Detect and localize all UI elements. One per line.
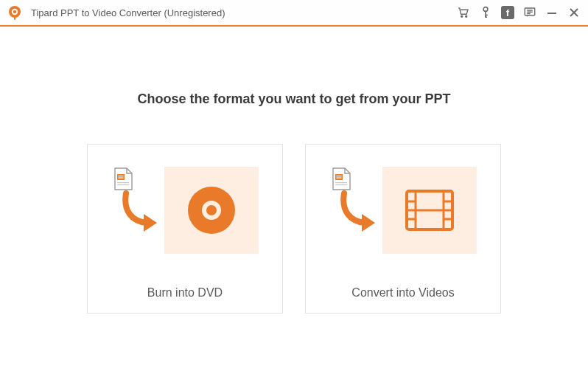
film-icon [404, 188, 455, 232]
target-box [164, 167, 259, 254]
svg-rect-23 [335, 182, 347, 183]
app-logo-icon [6, 4, 24, 21]
titlebar-actions: f [457, 6, 581, 19]
arrow-icon [337, 190, 378, 238]
option-graphic [111, 167, 259, 255]
svg-rect-7 [485, 11, 486, 17]
facebook-icon[interactable]: f [501, 6, 514, 19]
svg-rect-15 [117, 182, 129, 183]
svg-rect-13 [119, 176, 124, 176]
svg-rect-20 [335, 174, 343, 180]
format-options: Burn into DVD [87, 144, 501, 314]
option-label: Convert into Videos [351, 286, 454, 300]
svg-rect-16 [117, 184, 129, 185]
minimize-icon[interactable] [545, 6, 559, 19]
arrow-icon [119, 190, 160, 238]
svg-point-6 [483, 7, 488, 12]
svg-rect-9 [485, 16, 487, 18]
svg-rect-21 [337, 176, 342, 176]
svg-point-5 [466, 15, 467, 17]
svg-rect-12 [117, 174, 125, 180]
svg-rect-8 [485, 15, 488, 16]
svg-rect-22 [337, 178, 342, 179]
svg-point-2 [13, 10, 16, 13]
disc-icon [185, 184, 238, 237]
option-graphic [329, 167, 477, 255]
key-icon[interactable] [479, 6, 492, 19]
cart-icon[interactable] [457, 6, 470, 19]
option-burn-dvd[interactable]: Burn into DVD [87, 144, 283, 314]
option-label: Burn into DVD [147, 286, 223, 300]
option-convert-video[interactable]: Convert into Videos [305, 144, 501, 314]
svg-rect-24 [335, 184, 347, 185]
svg-point-4 [461, 15, 463, 17]
app-title: Tipard PPT to Video Converter (Unregiste… [31, 7, 457, 18]
target-box [382, 167, 477, 254]
svg-point-19 [206, 205, 217, 215]
main-content: Choose the format you want to get from y… [0, 27, 588, 314]
svg-rect-14 [119, 178, 124, 179]
svg-rect-3 [14, 16, 15, 20]
svg-rect-11 [547, 13, 556, 14]
titlebar: Tipard PPT to Video Converter (Unregiste… [0, 0, 588, 27]
close-icon[interactable] [567, 6, 581, 19]
feedback-icon[interactable] [523, 6, 536, 19]
page-heading: Choose the format you want to get from y… [137, 91, 450, 107]
